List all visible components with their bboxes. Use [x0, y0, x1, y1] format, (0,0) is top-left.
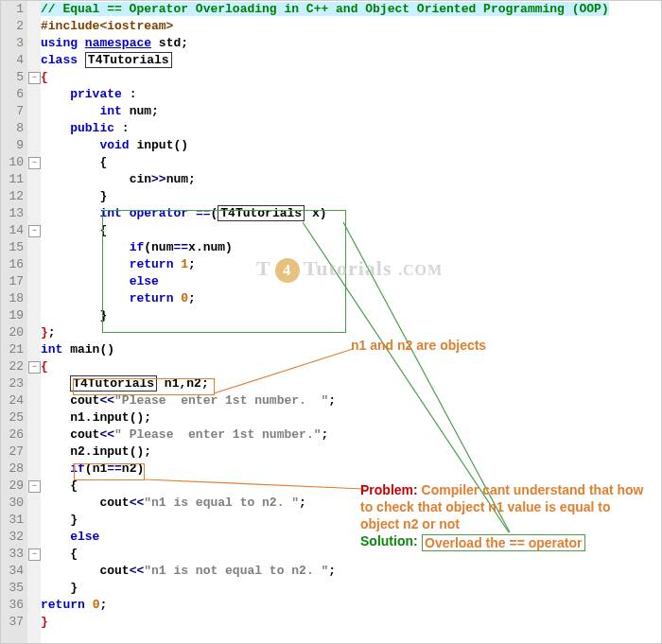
line-number: 13 [1, 205, 27, 222]
line-number: 1 [1, 1, 27, 18]
line-number: 27 [1, 444, 27, 461]
annotation-solution: Solution: [360, 533, 418, 548]
code-line: n1.input(); [41, 409, 661, 426]
line-number: 24 [1, 392, 27, 409]
code-line: return 0; [41, 597, 661, 614]
line-number: 5 [1, 69, 27, 86]
fold-toggle-icon[interactable]: − [28, 225, 41, 237]
code-line: class T4Tutorials [41, 52, 661, 69]
code-line: #include<iostream> [41, 18, 661, 35]
code-line: void input() [41, 137, 661, 154]
code-line: } [41, 188, 661, 205]
code-line: int num; [41, 103, 661, 120]
line-number: 11 [1, 171, 27, 188]
line-number: 28 [1, 461, 27, 478]
line-number: 33 [1, 546, 27, 563]
code-line: using namespace std; [41, 35, 661, 52]
line-number: 19 [1, 307, 27, 324]
solution-text: Overload the == operator [422, 534, 585, 551]
editor-viewport: 1234567891011121314151617181920212223242… [0, 0, 662, 644]
line-number: 8 [1, 120, 27, 137]
fold-toggle-icon[interactable]: − [28, 72, 41, 84]
line-number: 34 [1, 563, 27, 580]
line-number: 10 [1, 154, 27, 171]
line-number: 6 [1, 86, 27, 103]
highlight-operator-overload [102, 210, 346, 333]
code-line: private : [41, 86, 661, 103]
line-number: 18 [1, 290, 27, 307]
code-line: { [41, 69, 661, 86]
line-number: 35 [1, 580, 27, 597]
line-number: 37 [1, 614, 27, 631]
line-number: 16 [1, 256, 27, 273]
fold-toggle-icon[interactable]: − [28, 157, 41, 169]
line-number: 14 [1, 222, 27, 239]
line-number: 2 [1, 18, 27, 35]
line-number: 4 [1, 52, 27, 69]
line-number: 12 [1, 188, 27, 205]
line-number: 36 [1, 597, 27, 614]
line-number: 9 [1, 137, 27, 154]
line-number: 22 [1, 358, 27, 375]
code-line: cout<<"n1 is not equal to n2. "; [41, 563, 661, 580]
line-number: 32 [1, 529, 27, 546]
annotation-problem: Problem: Compiler cant understand that h… [360, 481, 644, 532]
line-number: 30 [1, 495, 27, 512]
fold-toggle-icon[interactable]: − [28, 480, 41, 493]
code-line: } [41, 580, 661, 597]
code-line: cout<<" Please enter 1st number."; [41, 426, 661, 444]
annotation-objects: n1 and n2 are objects [351, 338, 486, 353]
line-number: 23 [1, 375, 27, 392]
line-number: 26 [1, 426, 27, 444]
code-line: n2.input(); [41, 444, 661, 461]
highlight-if-condition [74, 463, 145, 480]
line-number: 7 [1, 103, 27, 120]
code-line: public : [41, 120, 661, 137]
line-number: 15 [1, 239, 27, 256]
line-number: 17 [1, 273, 27, 290]
line-number: 29 [1, 478, 27, 495]
problem-label: Problem: [360, 482, 418, 497]
line-number: 3 [1, 35, 27, 52]
solution-label: Solution: [360, 533, 418, 548]
code-line: { [41, 154, 661, 171]
code-line: cin>>num; [41, 171, 661, 188]
line-number-gutter: 1234567891011121314151617181920212223242… [1, 1, 27, 643]
highlight-object-declaration [73, 378, 215, 395]
line-number: 25 [1, 409, 27, 426]
code-line: { [41, 358, 661, 375]
fold-toggle-icon[interactable]: − [28, 548, 41, 561]
code-line: // Equal == Operator Overloading in C++ … [41, 1, 661, 18]
fold-gutter: −−−−−− [27, 1, 41, 643]
fold-toggle-icon[interactable]: − [28, 361, 41, 374]
line-number: 31 [1, 512, 27, 529]
code-line: } [41, 614, 661, 631]
line-number: 21 [1, 341, 27, 358]
line-number: 20 [1, 324, 27, 341]
